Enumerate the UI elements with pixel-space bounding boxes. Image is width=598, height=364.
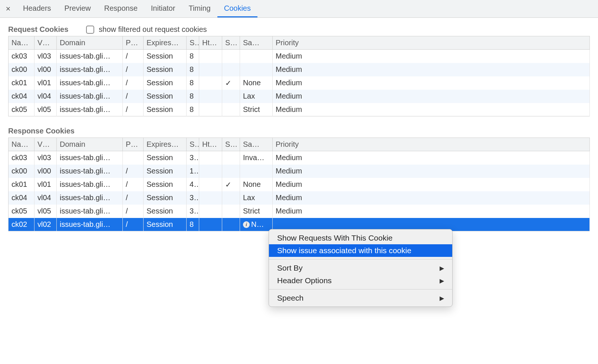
col-header-secure[interactable]: S… [222, 138, 240, 151]
col-header-http[interactable]: Ht… [199, 36, 222, 50]
table-row[interactable]: ck00vl00issues-tab.gli…/Session1..Medium [9, 165, 590, 178]
tab-timing[interactable]: Timing [182, 0, 217, 17]
menu-item[interactable]: Show issue associated with this cookie [269, 244, 452, 257]
tab-headers[interactable]: Headers [16, 0, 58, 17]
table-row[interactable]: ck05vl05issues-tab.gli…/Session8StrictMe… [9, 103, 590, 116]
cell-secure [222, 218, 240, 231]
chevron-right-icon: ▶ [440, 265, 444, 272]
cell-priority: Medium [273, 63, 590, 76]
col-header-size[interactable]: S. [187, 36, 199, 50]
col-header-value[interactable]: V… [34, 36, 57, 50]
col-header-path[interactable]: P… [123, 138, 144, 151]
menu-item[interactable]: Show Requests With This Cookie [269, 232, 452, 244]
table-row[interactable]: ck04vl04issues-tab.gli…/Session8LaxMediu… [9, 90, 590, 103]
table-row[interactable]: ck00vl00issues-tab.gli…/Session8Medium [9, 63, 590, 76]
response-cookies-table[interactable]: Na…V…DomainP…Expires…S.Ht…S…Sa…Priority … [8, 138, 590, 231]
col-header-value[interactable]: V… [34, 138, 57, 151]
col-header-domain[interactable]: Domain [57, 36, 123, 50]
close-icon[interactable]: × [3, 4, 13, 14]
cell-name: ck05 [9, 103, 34, 116]
request-cookies-title: Request Cookies [8, 25, 68, 34]
cell-priority: Medium [273, 50, 590, 63]
cell-samesite: Lax [240, 90, 273, 103]
cell-value: vl02 [34, 218, 57, 231]
show-filtered-checkbox[interactable]: show filtered out request cookies [86, 25, 207, 34]
tab-initiator[interactable]: Initiator [144, 0, 182, 17]
cell-secure [222, 50, 240, 63]
tab-response[interactable]: Response [98, 0, 144, 17]
menu-item[interactable]: Sort By▶ [269, 262, 452, 274]
table-row[interactable]: ck05vl05issues-tab.gli…/Session3..Strict… [9, 205, 590, 218]
col-header-size[interactable]: S. [187, 138, 199, 151]
menu-item-label: Sort By [277, 264, 303, 272]
col-header-samesite[interactable]: Sa… [240, 138, 273, 151]
col-header-expires[interactable]: Expires… [144, 36, 187, 50]
cell-priority: Medium [273, 178, 590, 191]
cell-size: 8 [187, 63, 199, 76]
cell-http [199, 76, 222, 90]
context-menu[interactable]: Show Requests With This CookieShow issue… [269, 229, 453, 307]
menu-item-label: Show issue associated with this cookie [277, 246, 411, 255]
cell-samesite: Strict [240, 205, 273, 218]
cell-priority: Medium [273, 103, 590, 116]
cell-http [199, 151, 222, 165]
cell-value: vl04 [34, 90, 57, 103]
cell-path: / [123, 218, 144, 231]
col-header-samesite[interactable]: Sa… [240, 36, 273, 50]
cell-samesite: None [240, 178, 273, 191]
cell-path: / [123, 90, 144, 103]
cell-value: vl04 [34, 191, 57, 205]
cell-size: 1.. [187, 165, 199, 178]
cell-name: ck03 [9, 151, 34, 165]
cell-value: vl05 [34, 205, 57, 218]
col-header-domain[interactable]: Domain [57, 138, 123, 151]
cell-http [199, 50, 222, 63]
col-header-secure[interactable]: S… [222, 36, 240, 50]
cell-path: / [123, 191, 144, 205]
cell-size: 8 [187, 90, 199, 103]
tab-cookies[interactable]: Cookies [217, 0, 257, 17]
cell-http [199, 90, 222, 103]
cell-expires: Session [144, 165, 187, 178]
menu-item[interactable]: Speech▶ [269, 292, 452, 304]
cell-value: vl00 [34, 165, 57, 178]
cell-samesite [240, 165, 273, 178]
cell-expires: Session [144, 218, 187, 231]
table-row[interactable]: ck03vl03issues-tab.gli…Session3..Inva…Me… [9, 151, 590, 165]
table-row[interactable]: ck03vl03issues-tab.gli…/Session8Medium [9, 50, 590, 63]
cell-name: ck01 [9, 178, 34, 191]
cell-http [199, 103, 222, 116]
cell-name: ck02 [9, 218, 34, 231]
table-row[interactable]: ck04vl04issues-tab.gli…/Session3..LaxMed… [9, 191, 590, 205]
cell-samesite: None [240, 76, 273, 90]
cell-name: ck04 [9, 191, 34, 205]
cell-name: ck03 [9, 50, 34, 63]
cell-expires: Session [144, 76, 187, 90]
table-row[interactable]: ck01vl01issues-tab.gli…/Session4..✓NoneM… [9, 178, 590, 191]
cell-domain: issues-tab.gli… [57, 151, 123, 165]
col-header-name[interactable]: Na… [9, 36, 34, 50]
col-header-priority[interactable]: Priority [273, 36, 590, 50]
cell-priority: Medium [273, 76, 590, 90]
cell-expires: Session [144, 63, 187, 76]
cell-domain: issues-tab.gli… [57, 165, 123, 178]
col-header-name[interactable]: Na… [9, 138, 34, 151]
cell-expires: Session [144, 178, 187, 191]
col-header-priority[interactable]: Priority [273, 138, 590, 151]
cell-domain: issues-tab.gli… [57, 63, 123, 76]
table-row[interactable]: ck01vl01issues-tab.gli…/Session8✓NoneMed… [9, 76, 590, 90]
cell-expires: Session [144, 205, 187, 218]
col-header-expires[interactable]: Expires… [144, 138, 187, 151]
cell-http [199, 178, 222, 191]
checkbox-icon[interactable] [86, 26, 94, 34]
request-cookies-table[interactable]: Na…V…DomainP…Expires…S.Ht…S…Sa…Priority … [8, 36, 590, 116]
col-header-http[interactable]: Ht… [199, 138, 222, 151]
menu-item[interactable]: Header Options▶ [269, 274, 452, 287]
cell-path: / [123, 165, 144, 178]
col-header-path[interactable]: P… [123, 36, 144, 50]
cell-path: / [123, 205, 144, 218]
tab-preview[interactable]: Preview [58, 0, 98, 17]
cell-expires: Session [144, 151, 187, 165]
devtools-tabbar: × HeadersPreviewResponseInitiatorTimingC… [0, 0, 598, 18]
cell-http [199, 63, 222, 76]
